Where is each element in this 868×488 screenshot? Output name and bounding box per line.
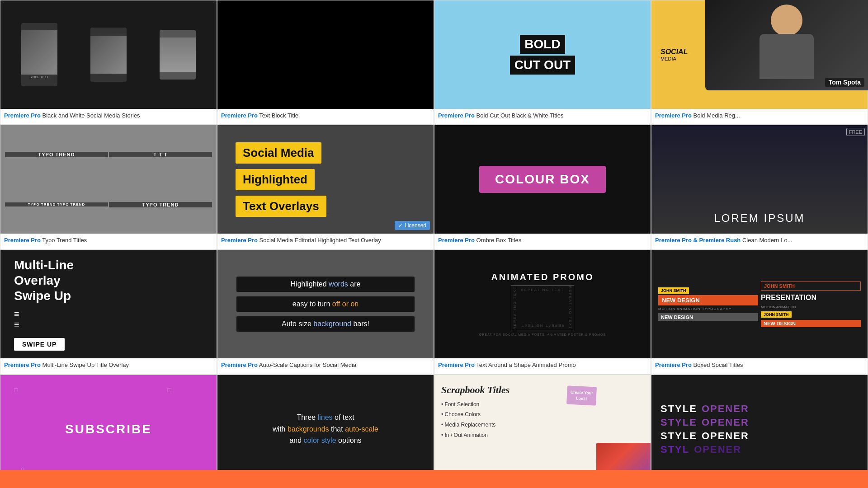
thumbnail-style-opener: STYLE OPENER STYLE OPENER STYLE OPENER S… [651,375,868,483]
person-silhouette [750,5,823,86]
list-item[interactable]: Premiere Pro Text Block Title [217,0,434,125]
item-label: Premiere Pro Black and White Social Medi… [0,109,217,124]
webcam-overlay: Tom Spota [705,0,868,90]
list-item[interactable]: LOREM IPSUM FREE Premiere Pro & Premiere… [651,125,868,249]
thumbnail-three-lines: Three lines of text with backgrounds tha… [217,375,434,483]
licensed-badge: ✓Licensed [395,221,430,230]
thumbnail-social-editorial: Social Media Highlighted Text Overlays ✓… [217,125,434,234]
item-label: Premiere Pro Text Block Title [217,109,434,124]
item-label: Premiere Pro Boxed Social Titles [651,358,868,374]
item-label: Premiere Pro Auto-Scale Captions for Soc… [217,358,434,374]
person-head [771,5,802,36]
list-item[interactable]: Highlighted words are easy to turn off o… [217,249,434,374]
thumbnail-text-block [217,0,434,109]
item-label: Premiere Pro & Premiere Rush Clean Moder… [651,234,868,249]
item-label: Premiere Pro Bold Cut Out Black & White … [434,109,651,124]
bottom-bar [0,470,868,488]
thumbnail-typo-trend: TYPO TREND T T T TYPO TREND TYPO TREND T… [0,125,217,234]
thumbnail-ombre-box: COLOUR BOX [434,125,651,234]
list-item[interactable]: COLOUR BOX Premiere Pro Ombre Box Titles [434,125,651,249]
list-item[interactable]: Social Media Highlighted Text Overlays ✓… [217,125,434,249]
list-item[interactable]: ANIMATED PROMO REPEATING TEXT REPEATING … [434,249,651,374]
list-item[interactable]: TYPO TREND T T T TYPO TREND TYPO TREND T… [0,125,217,249]
webcam-name: Tom Spota [825,78,864,87]
thumbnail-bold-bw: BOLD CUT OUT [434,0,651,109]
item-label: Premiere Pro Bold Media Reg... [651,109,868,124]
thumbnail-boxed-social: JOHN SMITH NEW DESIGN MOTION ANIMATION T… [651,250,868,358]
thumbnail-clean-modern: LOREM IPSUM FREE [651,125,868,234]
list-item[interactable]: YOUR TEXT Premiere Pro Black and White S… [0,0,217,125]
list-item[interactable]: BOLD CUT OUT Premiere Pro Bold Cut Out B… [434,0,651,125]
thumbnail-subscribe: □ □ ○ ▽ SUBSCRIBE [0,375,217,483]
free-badge: FREE [846,128,865,136]
list-item[interactable]: Multi-LineOverlaySwipe Up ≡≡ SWIPE UP Pr… [0,249,217,374]
thumbnail-animated-promo: ANIMATED PROMO REPEATING TEXT REPEATING … [434,250,651,358]
thumbnail-multiline: Multi-LineOverlaySwipe Up ≡≡ SWIPE UP [0,250,217,358]
thumbnail-scrapbook: Scrapbook Titles • Font Selection • Choo… [434,375,651,483]
item-label: Premiere Pro Multi-Line Swipe Up Title O… [0,358,217,374]
swipe-up-label: SWIPE UP [14,338,65,351]
licensed-text: Licensed [405,222,426,229]
person-body [760,34,814,79]
item-label: Premiere Pro Typo Trend Titles [0,234,217,249]
thumbnail-auto-scale: Highlighted words are easy to turn off o… [217,250,434,358]
item-label: Premiere Pro Text Around a Shape Animate… [434,358,651,374]
list-item[interactable]: JOHN SMITH NEW DESIGN MOTION ANIMATION T… [651,249,868,374]
thumbnail-bw-social: YOUR TEXT [0,0,217,109]
item-label: Premiere Pro Ombre Box Titles [434,234,651,249]
item-label: Premiere Pro Social Media Editorial High… [217,234,434,249]
webcam-video [705,0,868,90]
